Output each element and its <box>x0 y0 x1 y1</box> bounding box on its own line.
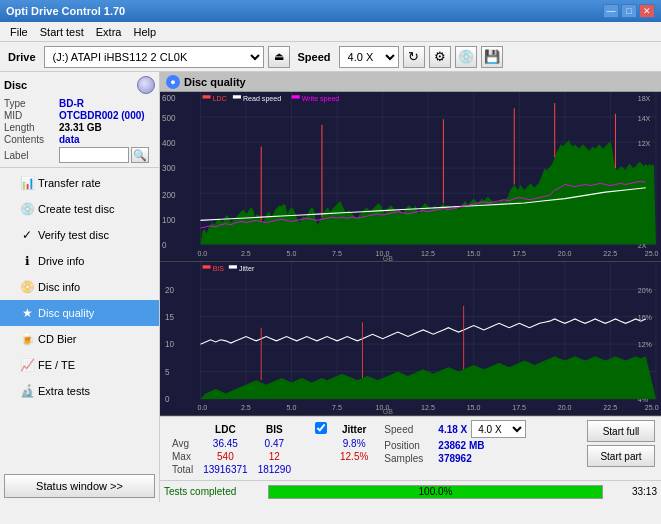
sidebar-item-drive-info[interactable]: ℹ Drive info <box>0 248 159 274</box>
sidebar-item-fe-te[interactable]: 📈 FE / TE <box>0 352 159 378</box>
svg-rect-55 <box>292 95 300 98</box>
svg-text:0.0: 0.0 <box>197 402 207 411</box>
eject-button[interactable]: ⏏ <box>268 46 290 68</box>
total-ldc: 13916371 <box>199 464 252 475</box>
status-text: Tests completed <box>164 486 264 497</box>
svg-text:Jitter: Jitter <box>239 263 255 272</box>
speed-row-label: Speed <box>384 424 434 435</box>
svg-text:0.0: 0.0 <box>197 249 207 258</box>
type-label: Type <box>4 98 59 109</box>
upper-chart-svg: 0 100 200 300 400 500 600 2X 4X 6X 8X 12… <box>160 92 661 261</box>
samples-value: 378962 <box>438 453 471 464</box>
transfer-rate-icon: 📊 <box>20 176 34 190</box>
svg-text:5.0: 5.0 <box>287 249 297 258</box>
mid-label: MID <box>4 110 59 121</box>
app-title: Opti Drive Control 1.70 <box>6 5 125 17</box>
maximize-button[interactable]: □ <box>621 4 637 18</box>
sidebar-item-verify-test-disc[interactable]: ✓ Verify test disc <box>0 222 159 248</box>
config-button[interactable]: ⚙ <box>429 46 451 68</box>
upper-chart: 0 100 200 300 400 500 600 2X 4X 6X 8X 12… <box>160 92 661 262</box>
sidebar-nav: 📊 Transfer rate 💿 Create test disc ✓ Ver… <box>0 168 159 406</box>
jitter-checkbox[interactable] <box>315 422 327 434</box>
menu-extra[interactable]: Extra <box>90 25 128 39</box>
svg-text:600: 600 <box>162 92 176 102</box>
svg-text:0: 0 <box>165 394 170 404</box>
svg-text:18X: 18X <box>638 93 651 102</box>
svg-text:25.0: 25.0 <box>645 402 659 411</box>
drive-info-label: Drive info <box>38 255 84 267</box>
label-edit-button[interactable]: 🔍 <box>131 147 149 163</box>
avg-ldc: 36.45 <box>199 438 252 449</box>
label-input[interactable] <box>59 147 129 163</box>
disc-panel: Disc Type BD-R MID OTCBDR002 (000) Lengt… <box>0 72 159 168</box>
svg-text:100: 100 <box>162 214 176 224</box>
mid-value: OTCBDR002 (000) <box>59 110 145 121</box>
toolbar: Drive (J:) ATAPI iHBS112 2 CL0K ⏏ Speed … <box>0 42 661 72</box>
type-value: BD-R <box>59 98 84 109</box>
fe-te-label: FE / TE <box>38 359 75 371</box>
speed-select[interactable]: 4.0 X 2.0 X 6.0 X 8.0 X <box>339 46 399 68</box>
fe-te-icon: 📈 <box>20 358 34 372</box>
svg-text:22.5: 22.5 <box>603 402 617 411</box>
length-value: 23.31 GB <box>59 122 102 133</box>
svg-text:17.5: 17.5 <box>512 249 526 258</box>
svg-text:22.5: 22.5 <box>603 249 617 258</box>
menu-help[interactable]: Help <box>127 25 162 39</box>
status-time: 33:13 <box>607 486 657 497</box>
position-value: 23862 MB <box>438 440 484 451</box>
sidebar-item-create-test-disc[interactable]: 💿 Create test disc <box>0 196 159 222</box>
create-test-icon: 💿 <box>20 202 34 216</box>
drive-select[interactable]: (J:) ATAPI iHBS112 2 CL0K <box>44 46 264 68</box>
sidebar-item-transfer-rate[interactable]: 📊 Transfer rate <box>0 170 159 196</box>
svg-text:12.5: 12.5 <box>421 402 435 411</box>
main-area: Disc Type BD-R MID OTCBDR002 (000) Lengt… <box>0 72 661 502</box>
start-buttons: Start full Start part <box>587 420 655 467</box>
sidebar-item-disc-info[interactable]: 📀 Disc info <box>0 274 159 300</box>
speed-info: Speed 4.18 X 4.0 X Position 23862 MB Sam… <box>384 420 526 464</box>
progress-bar: 100.0% <box>268 485 603 499</box>
sidebar-item-cd-bier[interactable]: 🍺 CD Bier <box>0 326 159 352</box>
status-window-button[interactable]: Status window >> <box>4 474 155 498</box>
chart-header-icon: ● <box>166 75 180 89</box>
svg-text:BIS: BIS <box>213 263 224 272</box>
sidebar-item-disc-quality[interactable]: ★ Disc quality <box>0 300 159 326</box>
avg-jitter: 9.8% <box>336 438 372 449</box>
avg-bis: 0.47 <box>254 438 295 449</box>
svg-text:500: 500 <box>162 113 176 123</box>
disc-icon <box>137 76 155 94</box>
svg-text:2.5: 2.5 <box>241 402 251 411</box>
cd-bier-label: CD Bier <box>38 333 77 345</box>
svg-text:Read speed: Read speed <box>243 93 281 102</box>
cd-bier-icon: 🍺 <box>20 332 34 346</box>
disc-quality-label: Disc quality <box>38 307 94 319</box>
sidebar: Disc Type BD-R MID OTCBDR002 (000) Lengt… <box>0 72 160 502</box>
max-bis: 12 <box>254 451 295 462</box>
minimize-button[interactable]: — <box>603 4 619 18</box>
contents-value: data <box>59 134 80 145</box>
refresh-button[interactable]: ↻ <box>403 46 425 68</box>
chart-header: ● Disc quality <box>160 72 661 92</box>
title-bar: Opti Drive Control 1.70 — □ ✕ <box>0 0 661 22</box>
drive-info-icon: ℹ <box>20 254 34 268</box>
speed-select-mini[interactable]: 4.0 X <box>471 420 526 438</box>
svg-text:20: 20 <box>165 284 174 294</box>
sidebar-item-extra-tests[interactable]: 🔬 Extra tests <box>0 378 159 404</box>
charts-container: 0 100 200 300 400 500 600 2X 4X 6X 8X 12… <box>160 92 661 416</box>
total-bis: 181290 <box>254 464 295 475</box>
start-full-button[interactable]: Start full <box>587 420 655 442</box>
menu-file[interactable]: File <box>4 25 34 39</box>
svg-text:20.0: 20.0 <box>558 249 572 258</box>
extra-tests-icon: 🔬 <box>20 384 34 398</box>
menu-start-test[interactable]: Start test <box>34 25 90 39</box>
svg-text:15.0: 15.0 <box>467 402 481 411</box>
disc-button[interactable]: 💿 <box>455 46 477 68</box>
progress-text: 100.0% <box>269 486 602 498</box>
close-button[interactable]: ✕ <box>639 4 655 18</box>
start-part-button[interactable]: Start part <box>587 445 655 467</box>
svg-text:17.5: 17.5 <box>512 402 526 411</box>
svg-text:400: 400 <box>162 138 176 148</box>
label-label: Label <box>4 150 59 161</box>
save-button[interactable]: 💾 <box>481 46 503 68</box>
stats-table: LDC BIS Jitter Avg 36.45 0.47 9.8% <box>166 420 374 477</box>
svg-text:10: 10 <box>165 339 174 349</box>
